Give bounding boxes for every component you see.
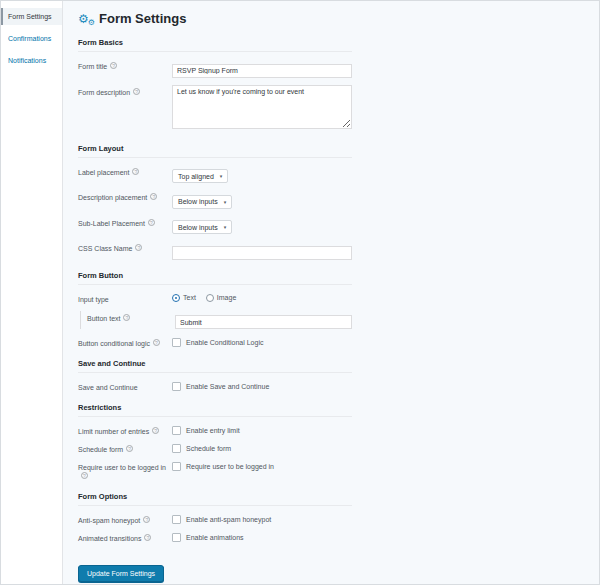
row-label-form-description: Form description?	[78, 85, 172, 97]
button-text-input[interactable]	[175, 315, 352, 329]
row-label-input-type: Input type	[78, 292, 172, 304]
row-control-button-text	[175, 311, 352, 330]
section-form-options: Form OptionsAnti-spam honeypot?Enable an…	[78, 493, 352, 543]
row-label-text: CSS Class Name	[78, 245, 132, 252]
chevron-down-icon: ▾	[224, 199, 227, 205]
section-title-form-basics: Form Basics	[78, 39, 352, 52]
input-type-radio-image[interactable]: Image	[206, 294, 236, 302]
row-control-form-description	[172, 85, 352, 133]
schedule-form-checkbox[interactable]	[172, 444, 181, 453]
radio-checked-icon[interactable]	[172, 294, 180, 302]
row-label-text: Sub-Label Placement	[78, 220, 145, 227]
enable-animations-checkbox-row: Enable animations	[172, 531, 352, 543]
radio-unchecked-icon[interactable]	[206, 294, 214, 302]
row-control-form-title	[172, 59, 352, 78]
setting-row-css-class-name: CSS Class Name?	[78, 241, 352, 260]
row-label-text: Require user to be logged in	[78, 464, 166, 471]
setting-row-save-and-continue: Save and ContinueEnable Save and Continu…	[78, 380, 352, 392]
section-title-form-layout: Form Layout	[78, 145, 352, 158]
sidebar-item-notifications[interactable]: Notifications	[1, 52, 62, 69]
select-value: Top aligned	[178, 173, 214, 180]
help-icon[interactable]: ?	[123, 314, 130, 321]
row-control-save-and-continue: Enable Save and Continue	[172, 380, 352, 392]
row-label-text: Form title	[78, 63, 107, 70]
row-control-button-conditional-logic: Enable Conditional Logic	[172, 336, 352, 348]
checkbox-label: Enable entry limit	[186, 425, 240, 436]
checkbox-label: Enable Conditional Logic	[186, 337, 263, 348]
help-icon[interactable]: ?	[153, 339, 160, 346]
row-label-text: Description placement	[78, 194, 147, 201]
row-label-button-text: Button text?	[87, 311, 175, 323]
help-icon[interactable]: ?	[148, 219, 155, 226]
row-label-save-and-continue: Save and Continue	[78, 380, 172, 392]
enable-conditional-logic-checkbox-row: Enable Conditional Logic	[172, 336, 352, 348]
row-label-anti-spam-honeypot: Anti-spam honeypot?	[78, 513, 172, 525]
enable-animations-checkbox[interactable]	[172, 533, 181, 542]
section-form-layout: Form LayoutLabel placement?Top aligned▾D…	[78, 145, 352, 260]
page-title: Form Settings	[99, 11, 186, 26]
section-save-and-continue: Save and ContinueSave and ContinueEnable…	[78, 360, 352, 392]
help-icon[interactable]: ?	[110, 62, 117, 69]
row-control-anti-spam-honeypot: Enable anti-spam honeypot	[172, 513, 352, 525]
radio-option-label: Image	[217, 294, 236, 301]
section-form-button: Form ButtonInput typeTextImageButton tex…	[78, 272, 352, 349]
enable-save-and-continue-checkbox[interactable]	[172, 382, 181, 391]
input-type-radio-text[interactable]: Text	[172, 294, 196, 302]
help-icon[interactable]: ?	[144, 534, 151, 541]
row-control-require-user-to-be-logged-in: Require user to be logged in	[172, 460, 352, 472]
setting-row-limit-number-of-entries: Limit number of entries?Enable entry lim…	[78, 424, 352, 436]
chevron-down-icon: ▾	[220, 173, 223, 179]
css-class-name-input[interactable]	[172, 246, 352, 260]
sidebar-item-confirmations[interactable]: Confirmations	[1, 30, 62, 47]
row-control-label-placement: Top aligned▾	[172, 165, 352, 184]
row-label-text: Label placement	[78, 169, 129, 176]
help-icon[interactable]: ?	[126, 445, 133, 452]
setting-row-schedule-form: Schedule form?Schedule form	[78, 442, 352, 454]
section-form-basics: Form BasicsForm title?Form description?	[78, 39, 352, 133]
form-title-input[interactable]	[172, 64, 352, 78]
gears-icon: ⚙⚙	[78, 13, 95, 25]
require-user-to-be-logged-in-checkbox[interactable]	[172, 462, 181, 471]
page-header: ⚙⚙ Form Settings	[78, 11, 599, 26]
section-title-restrictions: Restrictions	[78, 404, 352, 417]
main-panel: ⚙⚙ Form Settings Form BasicsForm title?F…	[63, 1, 599, 584]
help-icon[interactable]: ?	[152, 427, 159, 434]
row-label-text: Save and Continue	[78, 384, 138, 391]
help-icon[interactable]: ?	[150, 193, 157, 200]
help-icon[interactable]: ?	[132, 168, 139, 175]
help-icon[interactable]: ?	[133, 88, 140, 95]
row-label-text: Anti-spam honeypot	[78, 517, 140, 524]
setting-row-label-placement: Label placement?Top aligned▾	[78, 165, 352, 184]
form-description-textarea[interactable]	[172, 85, 352, 129]
row-control-css-class-name	[172, 241, 352, 260]
setting-row-form-title: Form title?	[78, 59, 352, 78]
sub-label-placement-select[interactable]: Below inputs▾	[172, 220, 232, 234]
label-placement-select[interactable]: Top aligned▾	[172, 169, 228, 183]
require-user-to-be-logged-in-checkbox-row: Require user to be logged in	[172, 460, 352, 472]
update-form-settings-button[interactable]: Update Form Settings	[78, 565, 164, 582]
input-type-radio-group: TextImage	[172, 292, 352, 302]
settings-sidebar: Form SettingsConfirmationsNotifications	[1, 1, 63, 584]
enable-anti-spam-honeypot-checkbox[interactable]	[172, 515, 181, 524]
row-control-limit-number-of-entries: Enable entry limit	[172, 424, 352, 436]
sidebar-item-form-settings[interactable]: Form Settings	[1, 8, 62, 25]
enable-conditional-logic-checkbox[interactable]	[172, 338, 181, 347]
setting-row-animated-transitions: Animated transitions?Enable animations	[78, 531, 352, 543]
setting-row-sub-label-placement: Sub-Label Placement?Below inputs▾	[78, 216, 352, 235]
setting-row-button-text: Button text?	[80, 311, 352, 330]
row-label-text: Limit number of entries	[78, 428, 149, 435]
row-label-text: Button text	[87, 315, 120, 322]
radio-option-label: Text	[183, 294, 196, 301]
description-placement-select[interactable]: Below inputs▾	[172, 195, 232, 209]
row-label-text: Button conditional logic	[78, 340, 150, 347]
help-icon[interactable]: ?	[143, 516, 150, 523]
help-icon[interactable]: ?	[81, 472, 88, 479]
enable-entry-limit-checkbox[interactable]	[172, 426, 181, 435]
row-label-button-conditional-logic: Button conditional logic?	[78, 336, 172, 348]
chevron-down-icon: ▾	[224, 224, 227, 230]
checkbox-label: Enable anti-spam honeypot	[186, 514, 271, 525]
row-label-css-class-name: CSS Class Name?	[78, 241, 172, 253]
help-icon[interactable]: ?	[135, 244, 142, 251]
row-control-description-placement: Below inputs▾	[172, 190, 352, 209]
setting-row-description-placement: Description placement?Below inputs▾	[78, 190, 352, 209]
